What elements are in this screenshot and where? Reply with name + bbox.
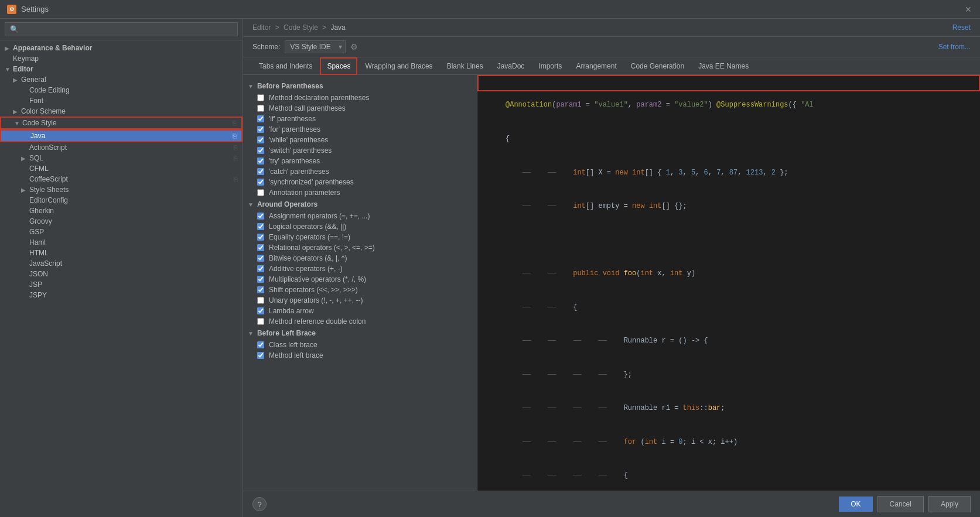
chk-label: Unary operators (!, -, +, ++, --) xyxy=(269,296,363,304)
sidebar-item-keymap[interactable]: Keymap xyxy=(0,53,243,64)
sidebar-item-code-editing[interactable]: Code Editing xyxy=(0,85,243,95)
sidebar-item-gsp[interactable]: GSP xyxy=(0,227,243,237)
section-label: Around Operators xyxy=(257,200,317,208)
sidebar-item-label: Groovy xyxy=(29,217,238,225)
chk-logical-ops-input[interactable] xyxy=(257,223,264,230)
chk-additive-ops-input[interactable] xyxy=(257,265,264,272)
chk-if-paren-input[interactable] xyxy=(257,115,264,122)
search-input[interactable] xyxy=(5,22,238,36)
chk-while-paren-input[interactable] xyxy=(257,136,264,143)
section-before-parentheses[interactable]: ▼ Before Parentheses xyxy=(243,80,477,93)
chk-label: Assignment operators (=, +=, ...) xyxy=(269,212,370,220)
chk-mult-ops-input[interactable] xyxy=(257,276,264,283)
chk-additive-ops: Additive operators (+, -) xyxy=(243,263,477,274)
close-button[interactable]: ✕ xyxy=(964,5,973,14)
sidebar-item-gherkin[interactable]: Gherkin xyxy=(0,206,243,216)
sidebar-item-jsp[interactable]: JSP xyxy=(0,279,243,290)
sidebar-item-general[interactable]: ▶ General xyxy=(0,74,243,85)
chk-label: 'synchronized' parentheses xyxy=(269,178,354,186)
sidebar-item-actionscript[interactable]: ActionScript ⎘ xyxy=(0,142,243,153)
chk-shift-ops-input[interactable] xyxy=(257,286,264,293)
arrow-icon: ▼ xyxy=(5,66,13,73)
sidebar-item-label: Java xyxy=(30,132,230,140)
apply-button[interactable]: Apply xyxy=(928,496,971,512)
sidebar-item-sql[interactable]: ▶ SQL ⎘ xyxy=(0,153,243,163)
code-line-11: —— —— —— —— for (int i = 0; i < x; i++) xyxy=(477,437,980,448)
chk-class-brace-input[interactable] xyxy=(257,341,264,348)
sidebar-item-javascript[interactable]: JavaScript xyxy=(0,258,243,269)
chk-unary-ops-input[interactable] xyxy=(257,297,264,304)
chk-method-call-paren: Method call parentheses xyxy=(243,103,477,114)
chk-class-brace: Class left brace xyxy=(243,340,477,350)
chk-if-paren: 'if' parentheses xyxy=(243,114,477,124)
tab-tabs-and-indents[interactable]: Tabs and Indents xyxy=(252,58,319,74)
settings-sidebar: ▶ Appearance & Behavior Keymap ▼ Editor xyxy=(0,19,243,517)
chk-catch-paren-input[interactable] xyxy=(257,168,264,175)
settings-dialog: ⚙ Settings ✕ ▶ Appearance & Behavior xyxy=(0,0,980,517)
sidebar-item-style-sheets[interactable]: ▶ Style Sheets xyxy=(0,184,243,195)
help-button[interactable]: ? xyxy=(252,497,267,511)
chk-label: 'switch' parentheses xyxy=(269,146,332,155)
scheme-dropdown[interactable]: VS Style IDE xyxy=(285,40,346,53)
section-before-left-brace[interactable]: ▼ Before Left Brace xyxy=(243,327,477,340)
tab-javadoc[interactable]: JavaDoc xyxy=(491,58,531,74)
arrow-icon: ▶ xyxy=(21,155,29,162)
chk-assign-ops-input[interactable] xyxy=(257,213,264,220)
sidebar-item-html[interactable]: HTML xyxy=(0,248,243,258)
chk-lambda-arrow-input[interactable] xyxy=(257,307,264,314)
tab-imports[interactable]: Imports xyxy=(532,58,568,74)
tab-java-ee-names[interactable]: Java EE Names xyxy=(692,58,755,74)
section-around-operators[interactable]: ▼ Around Operators xyxy=(243,198,477,211)
sidebar-item-cfml[interactable]: CFML xyxy=(0,163,243,174)
sidebar-item-java[interactable]: Java ⎘ xyxy=(0,129,243,142)
chk-method-brace-input[interactable] xyxy=(257,352,264,359)
tab-blank-lines[interactable]: Blank Lines xyxy=(441,58,490,74)
chk-equality-ops-input[interactable] xyxy=(257,234,264,241)
code-content: @Annotation(param1 = "value1", param2 = … xyxy=(477,75,980,491)
sidebar-item-code-style[interactable]: ▼ Code Style ⎘ xyxy=(0,117,243,129)
chk-label: Relational operators (<, >, <=, >=) xyxy=(269,244,375,252)
chk-sync-paren-input[interactable] xyxy=(257,179,264,186)
sidebar-item-appearance[interactable]: ▶ Appearance & Behavior xyxy=(0,43,243,53)
set-from-button[interactable]: Set from... xyxy=(938,43,971,51)
chk-relational-ops: Relational operators (<, >, <=, >=) xyxy=(243,242,477,253)
chk-relational-ops-input[interactable] xyxy=(257,244,264,251)
sidebar-item-editor[interactable]: ▼ Editor xyxy=(0,64,243,74)
code-line-7: —— —— { xyxy=(477,302,980,313)
chk-label: 'for' parentheses xyxy=(269,125,320,133)
code-line-3: —— —— int[] X = new int[] { 1, 3, 5, 6, … xyxy=(477,167,980,179)
sidebar-item-haml[interactable]: Haml xyxy=(0,237,243,248)
tab-spaces[interactable]: Spaces xyxy=(320,57,357,75)
tab-wrapping-and-braces[interactable]: Wrapping and Braces xyxy=(358,58,439,74)
chk-method-ref-input[interactable] xyxy=(257,318,264,325)
sidebar-item-json[interactable]: JSON xyxy=(0,269,243,279)
sidebar-item-groovy[interactable]: Groovy xyxy=(0,216,243,227)
arrow-icon: ▶ xyxy=(21,187,29,193)
reset-button[interactable]: Reset xyxy=(952,23,971,32)
chk-switch-paren-input[interactable] xyxy=(257,147,264,154)
chk-method-decl-paren-input[interactable] xyxy=(257,94,264,101)
code-line-8: —— —— —— —— Runnable r = () -> { xyxy=(477,335,980,347)
chk-method-call-paren-input[interactable] xyxy=(257,105,264,112)
chk-try-paren-input[interactable] xyxy=(257,158,264,165)
code-line-10: —— —— —— —— Runnable r1 = this::bar; xyxy=(477,403,980,414)
chk-ann-params-input[interactable] xyxy=(257,189,264,196)
sidebar-item-color-scheme[interactable]: ▶ Color Scheme xyxy=(0,106,243,117)
sidebar-item-label: EditorConfig xyxy=(29,196,238,204)
arrow-icon: ▶ xyxy=(13,77,21,83)
cancel-button[interactable]: Cancel xyxy=(877,496,924,512)
scheme-label: Scheme: xyxy=(252,43,280,51)
tab-code-generation[interactable]: Code Generation xyxy=(624,58,691,74)
gear-button[interactable]: ⚙ xyxy=(350,42,358,52)
sidebar-item-jspy[interactable]: JSPY xyxy=(0,290,243,300)
chk-bitwise-ops-input[interactable] xyxy=(257,255,264,262)
sidebar-item-label: Code Style xyxy=(22,119,230,127)
ok-button[interactable]: OK xyxy=(839,497,872,512)
tab-arrangement[interactable]: Arrangement xyxy=(569,58,623,74)
sidebar-item-coffeescript[interactable]: CoffeeScript ⎘ xyxy=(0,174,243,184)
sidebar-item-font[interactable]: Font xyxy=(0,95,243,106)
chk-logical-ops: Logical operators (&&, ||) xyxy=(243,221,477,232)
sidebar-item-editorconfig[interactable]: EditorConfig xyxy=(0,195,243,206)
breadcrumb-java: Java xyxy=(330,23,345,32)
chk-for-paren-input[interactable] xyxy=(257,126,264,133)
